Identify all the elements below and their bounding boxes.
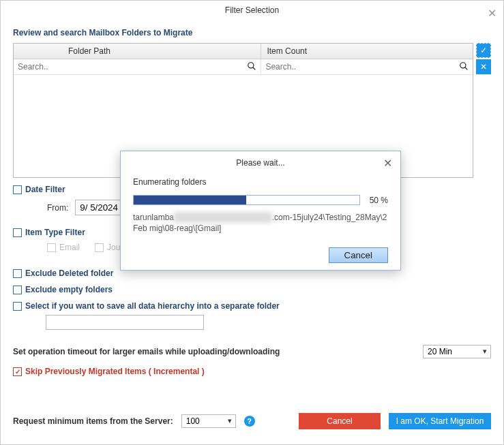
request-items-label: Request minimum items from the Server: [13,416,173,426]
footer-cancel-button[interactable]: Cancel [299,413,381,429]
footer-start-migration-button[interactable]: I am OK, Start Migration [389,413,491,429]
timeout-row: Set operation timeout for larger emails … [13,345,491,358]
exclude-empty-checkbox[interactable] [13,286,22,294]
exclude-deleted-checkbox[interactable] [13,269,22,278]
check-all-button[interactable]: ✓ [476,43,491,58]
search-icon[interactable] [459,61,469,73]
save-hierarchy-label: Select if you want to save all data hier… [25,301,280,311]
save-hierarchy-row: Select if you want to save all data hier… [13,301,491,311]
progress-bar [133,195,360,205]
skip-prev-checkbox[interactable] [13,367,22,376]
type-email-label: Email [59,243,80,252]
svg-line-1 [253,67,256,70]
dialog-current-path: tarunlamba@blurred-domain-redacted.com-1… [133,212,388,234]
exclude-empty-label: Exclude empty folders [25,285,113,294]
uncheck-all-button[interactable]: ✕ [476,59,491,74]
progress-row: 50 % [133,195,388,205]
request-items-select[interactable]: 100 [181,414,236,428]
type-journal-checkbox [95,243,104,252]
dialog-close-button[interactable]: ✕ [383,157,392,170]
search-folder-path-input[interactable] [14,59,244,74]
help-icon[interactable]: ? [244,416,255,427]
item-type-filter-label: Item Type Filter [25,228,85,237]
dialog-body: Enumerating folders 50 % tarunlamba@blur… [121,173,400,247]
exclude-deleted-label: Exclude Deleted folder [25,268,113,278]
grid-header: Folder Path Item Count [14,44,473,59]
grid-search-row [14,59,473,75]
svg-point-0 [248,63,254,68]
type-email-checkbox [47,243,56,252]
window-close-button[interactable]: ✕ [488,4,496,23]
item-type-filter-checkbox[interactable] [13,228,22,237]
save-hierarchy-checkbox[interactable] [13,302,22,311]
skip-prev-label: Skip Previously Migrated Items ( Increme… [25,367,205,376]
search-item-count-input[interactable] [261,59,456,74]
col-item-count[interactable]: Item Count [261,44,473,59]
titlebar: Filter Selection ✕ [1,1,503,20]
col-folder-path[interactable]: Folder Path [14,44,261,59]
window-title: Filter Selection [225,5,279,15]
timeout-label: Set operation timeout for larger emails … [13,347,280,356]
date-filter-label: Date Filter [25,185,65,194]
progress-fill [134,196,246,204]
search-path-cell [14,59,261,74]
exclude-empty-row: Exclude empty folders [13,285,491,294]
footer-row: Request minimum items from the Server: 1… [13,413,491,429]
svg-point-2 [460,63,466,68]
dialog-footer: Cancel [121,247,400,263]
progress-dialog: Please wait... ✕ Enumerating folders 50 … [120,151,401,271]
timeout-select[interactable]: 20 Min [423,345,491,358]
side-buttons: ✓ ✕ [476,43,491,74]
skip-prev-row: Skip Previously Migrated Items ( Increme… [13,367,491,376]
date-from-label: From: [47,203,68,213]
date-filter-checkbox[interactable] [13,185,22,194]
hierarchy-folder-input[interactable] [46,315,204,330]
search-count-cell [261,59,473,74]
progress-percent: 50 % [370,196,388,205]
dialog-status: Enumerating folders [133,177,388,187]
dialog-title: Please wait... ✕ [121,151,400,173]
review-label: Review and search Mailbox Folders to Mig… [13,28,491,37]
dialog-cancel-button[interactable]: Cancel [329,247,389,263]
search-icon[interactable] [247,61,256,73]
svg-line-3 [465,67,468,70]
